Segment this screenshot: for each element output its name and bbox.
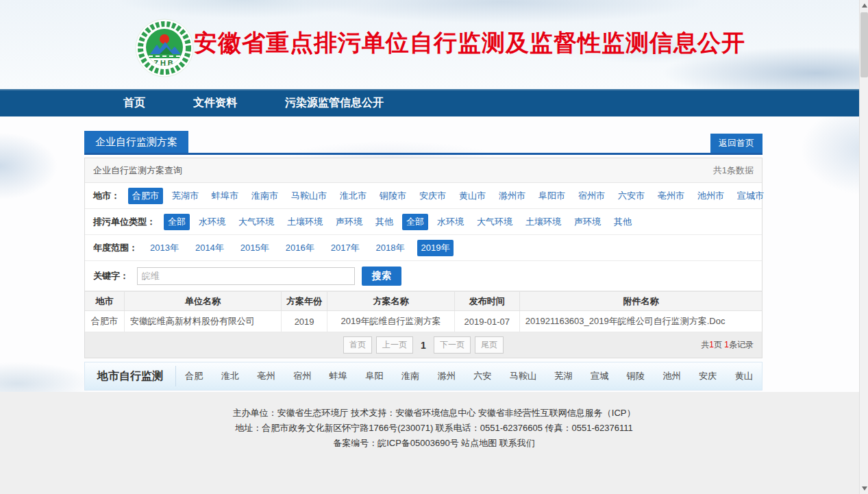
- back-home-button[interactable]: 返回首页: [710, 134, 762, 153]
- table-header-row: 地市 单位名称 方案年份 方案名称 发布时间 附件名称: [85, 292, 762, 311]
- city-option-hefei[interactable]: 合肥市: [128, 188, 163, 204]
- city-option-tongling[interactable]: 铜陵市: [375, 188, 410, 204]
- strip-city-chizhou[interactable]: 池州: [662, 370, 680, 382]
- col-header-attachment: 附件名称: [519, 292, 762, 311]
- summary-suffix: 条记录: [729, 340, 754, 349]
- strip-city-bozhou[interactable]: 亳州: [258, 370, 275, 382]
- strip-city-anqing[interactable]: 安庆: [699, 370, 717, 382]
- col-header-plan-year: 方案年份: [282, 292, 327, 311]
- type-option-noise-1[interactable]: 声环境: [332, 214, 367, 230]
- type-option-water-2[interactable]: 水环境: [433, 214, 468, 230]
- table-row: 合肥市 安徽皖维高新材料股份有限公司 2019 2019年皖维自行监测方案 20…: [85, 311, 762, 332]
- type-option-soil-2[interactable]: 土壤环境: [521, 214, 565, 230]
- strip-city-bengbu[interactable]: 蚌埠: [330, 370, 347, 382]
- last-page-button[interactable]: 尾页: [475, 336, 504, 354]
- prev-page-button[interactable]: 上一页: [376, 336, 413, 354]
- scrollbar-thumb[interactable]: [860, 12, 868, 77]
- tab-self-monitoring-plan[interactable]: 企业自行监测方案: [84, 131, 188, 153]
- type-filter-row: 排污单位类型： 全部 水环境 大气环境 土壤环境 声环境 其他 全部 水环境 大…: [85, 209, 762, 235]
- col-header-publish-date: 发布时间: [454, 292, 519, 311]
- city-option-suzhou[interactable]: 宿州市: [574, 188, 609, 204]
- panel-title: 企业自行监测方案查询: [93, 164, 182, 177]
- panel-header: 企业自行监测方案查询 共1条数据: [85, 158, 762, 183]
- strip-city-huainan[interactable]: 淮南: [401, 370, 419, 382]
- strip-city-xuancheng[interactable]: 宣城: [591, 370, 608, 382]
- cell-unit-name: 安徽皖维高新材料股份有限公司: [124, 311, 281, 332]
- strip-city-hefei[interactable]: 合肥: [185, 370, 203, 382]
- cell-city: 合肥市: [85, 311, 124, 332]
- city-self-monitoring-strip: 地市自行监测 合肥 淮北 亳州 宿州 蚌埠 阜阳 淮南 滁州 六安 马鞍山 芜湖…: [84, 362, 762, 391]
- type-option-air-1[interactable]: 大气环境: [234, 214, 278, 230]
- pagination-bar: 首页 上一页 1 下一页 尾页 共1页 1条记录: [85, 332, 762, 358]
- site-footer: 主办单位：安徽省生态环境厅 技术支持：安徽省环境信息中心 安徽省非经营性互联网信…: [0, 392, 868, 494]
- city-options: 合肥市 芜湖市 蚌埠市 淮南市 马鞍山市 淮北市 铜陵市 安庆市 黄山市 滁州市…: [128, 188, 773, 204]
- type-option-other-2[interactable]: 其他: [610, 214, 636, 230]
- city-filter-label: 地市：: [93, 190, 120, 202]
- strip-city-huangshan[interactable]: 黄山: [735, 370, 753, 382]
- strip-city-fuyang[interactable]: 阜阳: [365, 370, 383, 382]
- nav-item-pollution-supervision[interactable]: 污染源监管信息公开: [261, 89, 408, 116]
- query-panel: 企业自行监测方案查询 共1条数据 地市： 合肥市 芜湖市 蚌埠市 淮南市 马鞍山…: [84, 158, 762, 358]
- city-filter-row: 地市： 合肥市 芜湖市 蚌埠市 淮南市 马鞍山市 淮北市 铜陵市 安庆市 黄山市…: [85, 183, 762, 209]
- type-option-soil-1[interactable]: 土壤环境: [283, 214, 327, 230]
- cell-publish-date: 2019-01-07: [454, 311, 519, 332]
- city-option-fuyang[interactable]: 阜阳市: [534, 188, 569, 204]
- year-option-2015[interactable]: 2015年: [236, 240, 273, 256]
- nav-item-home[interactable]: 首页: [99, 89, 169, 116]
- next-page-button[interactable]: 下一页: [434, 336, 471, 354]
- col-header-unit-name: 单位名称: [124, 292, 281, 311]
- year-option-2014[interactable]: 2014年: [191, 240, 228, 256]
- city-option-chizhou[interactable]: 池州市: [693, 188, 728, 204]
- year-option-2013[interactable]: 2013年: [146, 240, 183, 256]
- year-option-2016[interactable]: 2016年: [282, 240, 319, 256]
- type-options: 全部 水环境 大气环境 土壤环境 声环境 其他 全部 水环境 大气环境 土壤环境…: [164, 214, 641, 230]
- city-option-huangshan[interactable]: 黄山市: [455, 188, 490, 204]
- type-option-all-1[interactable]: 全部: [164, 214, 190, 230]
- strip-city-suzhou[interactable]: 宿州: [293, 370, 311, 382]
- type-option-noise-2[interactable]: 声环境: [570, 214, 605, 230]
- type-option-all-2[interactable]: 全部: [402, 214, 428, 230]
- nav-item-documents[interactable]: 文件资料: [169, 89, 261, 116]
- city-option-maanshan[interactable]: 马鞍山市: [287, 188, 331, 204]
- city-option-anqing[interactable]: 安庆市: [415, 188, 450, 204]
- strip-city-tongling[interactable]: 铜陵: [627, 370, 645, 382]
- scroll-up-icon[interactable]: [862, 3, 867, 8]
- city-option-luan[interactable]: 六安市: [614, 188, 649, 204]
- site-header: ZHB 安徽省重点排污单位自行监测及监督性监测信息公开: [0, 0, 868, 89]
- year-option-2018[interactable]: 2018年: [372, 240, 409, 256]
- strip-city-luan[interactable]: 六安: [473, 370, 491, 382]
- city-option-xuancheng[interactable]: 宣城市: [733, 188, 768, 204]
- type-option-water-1[interactable]: 水环境: [195, 214, 230, 230]
- keyword-input[interactable]: [137, 267, 355, 285]
- scroll-down-icon[interactable]: [862, 486, 867, 491]
- strip-city-huaibei[interactable]: 淮北: [221, 370, 239, 382]
- city-option-bengbu[interactable]: 蚌埠市: [208, 188, 243, 204]
- city-option-bozhou[interactable]: 亳州市: [654, 188, 689, 204]
- type-option-other-1[interactable]: 其他: [371, 214, 397, 230]
- year-option-2017[interactable]: 2017年: [327, 240, 364, 256]
- strip-city-maanshan[interactable]: 马鞍山: [510, 370, 536, 382]
- type-option-air-2[interactable]: 大气环境: [473, 214, 517, 230]
- strip-city-chuzhou[interactable]: 滁州: [438, 370, 456, 382]
- year-filter-label: 年度范围：: [93, 242, 138, 254]
- col-header-city: 地市: [85, 292, 124, 311]
- search-button[interactable]: 搜索: [362, 267, 401, 286]
- strip-city-wuhu[interactable]: 芜湖: [555, 370, 573, 382]
- main-navigation: 首页 文件资料 污染源监管信息公开: [0, 89, 868, 116]
- cell-attachment-link[interactable]: 201921163603_2019年皖维公司自行监测方案.Doc: [519, 311, 762, 332]
- vertical-scrollbar[interactable]: [859, 0, 868, 494]
- year-options: 2013年 2014年 2015年 2016年 2017年 2018年 2019…: [146, 240, 462, 256]
- city-option-huainan[interactable]: 淮南市: [247, 188, 282, 204]
- summary-record-count: 1: [724, 340, 729, 349]
- year-option-2019[interactable]: 2019年: [417, 240, 454, 256]
- current-page-number: 1: [421, 340, 426, 351]
- city-option-chuzhou[interactable]: 滁州市: [495, 188, 530, 204]
- summary-prefix: 共: [701, 340, 709, 349]
- total-count: 共1条数据: [713, 164, 754, 177]
- city-option-wuhu[interactable]: 芜湖市: [168, 188, 203, 204]
- first-page-button[interactable]: 首页: [343, 336, 372, 354]
- city-option-huaibei[interactable]: 淮北市: [336, 188, 371, 204]
- environmental-protection-logo-icon: ZHB: [135, 18, 194, 77]
- footer-icp-line: 备案编号：皖ICP备05003690号 站点地图 联系我们: [0, 436, 868, 451]
- cell-plan-year: 2019: [282, 311, 327, 332]
